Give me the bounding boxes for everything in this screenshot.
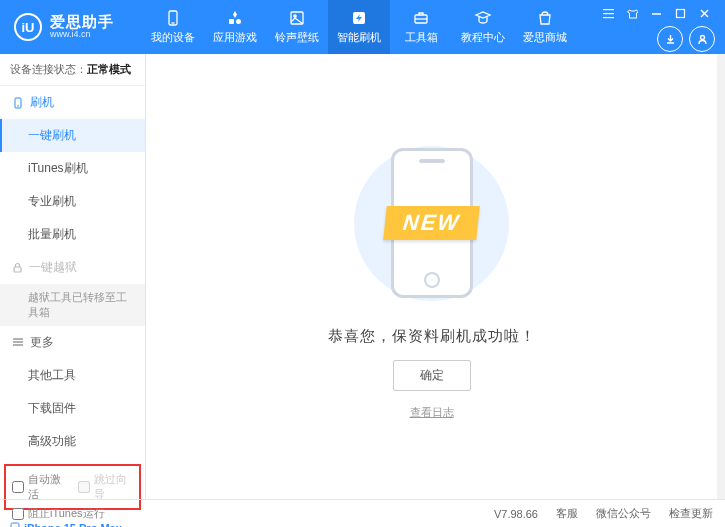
- section-label: 一键越狱: [29, 259, 77, 276]
- sidebar-section-flash[interactable]: 刷机: [0, 86, 145, 119]
- sidebar-item-pro-flash[interactable]: 专业刷机: [0, 185, 145, 218]
- checkbox-label: 自动激活: [28, 472, 68, 502]
- sidebar: 设备连接状态：正常模式 刷机 一键刷机 iTunes刷机 专业刷机 批量刷机 一…: [0, 54, 146, 499]
- nav-label: 爱思商城: [523, 30, 567, 45]
- success-illustration: NEW: [342, 133, 522, 313]
- nav-smart-flash[interactable]: 智能刷机: [328, 0, 390, 54]
- app-window: iU 爱思助手 www.i4.cn 我的设备 应用游戏 铃声壁纸 智能刷机: [0, 0, 725, 527]
- nav-label: 应用游戏: [213, 30, 257, 45]
- nav-apps[interactable]: 应用游戏: [204, 0, 266, 54]
- more-icon: [12, 336, 24, 348]
- connection-status: 设备连接状态：正常模式: [0, 54, 145, 86]
- device-icon: [164, 9, 182, 27]
- skin-icon[interactable]: [621, 2, 643, 24]
- window-controls: [597, 2, 715, 52]
- nav-label: 教程中心: [461, 30, 505, 45]
- jailbreak-note: 越狱工具已转移至工具箱: [0, 284, 145, 326]
- menu-icon[interactable]: [597, 2, 619, 24]
- close-button[interactable]: [693, 2, 715, 24]
- nav-label: 铃声壁纸: [275, 30, 319, 45]
- sidebar-section-more[interactable]: 更多: [0, 326, 145, 359]
- wechat-link[interactable]: 微信公众号: [596, 506, 651, 521]
- svg-rect-9: [603, 9, 614, 10]
- lock-icon: [12, 262, 23, 273]
- sidebar-item-other-tools[interactable]: 其他工具: [0, 359, 145, 392]
- sidebar-item-oneclick-flash[interactable]: 一键刷机: [0, 119, 145, 152]
- svg-rect-3: [236, 19, 241, 24]
- svg-rect-13: [676, 9, 684, 17]
- flash-icon: [350, 9, 368, 27]
- nav-label: 智能刷机: [337, 30, 381, 45]
- maximize-button[interactable]: [669, 2, 691, 24]
- flash-icon: [12, 97, 24, 109]
- svg-rect-19: [14, 267, 21, 272]
- user-button[interactable]: [689, 26, 715, 52]
- checkbox-input[interactable]: [12, 481, 24, 493]
- toolbox-icon: [412, 9, 430, 27]
- checkbox-input: [78, 481, 90, 493]
- customer-service-link[interactable]: 客服: [556, 506, 578, 521]
- titlebar: iU 爱思助手 www.i4.cn 我的设备 应用游戏 铃声壁纸 智能刷机: [0, 0, 725, 54]
- ok-button[interactable]: 确定: [393, 360, 471, 391]
- sidebar-item-batch-flash[interactable]: 批量刷机: [0, 218, 145, 251]
- sidebar-item-advanced[interactable]: 高级功能: [0, 425, 145, 458]
- apps-icon: [226, 9, 244, 27]
- svg-rect-2: [229, 19, 234, 24]
- wallpaper-icon: [288, 9, 306, 27]
- minimize-button[interactable]: [645, 2, 667, 24]
- connection-prefix: 设备连接状态：: [10, 63, 87, 75]
- sidebar-item-download-firmware[interactable]: 下载固件: [0, 392, 145, 425]
- nav-label: 我的设备: [151, 30, 195, 45]
- svg-rect-10: [603, 13, 614, 14]
- sidebar-item-itunes-flash[interactable]: iTunes刷机: [0, 152, 145, 185]
- svg-point-18: [17, 105, 19, 107]
- logo: iU 爱思助手 www.i4.cn: [14, 13, 114, 41]
- section-label: 更多: [30, 334, 54, 351]
- connection-mode: 正常模式: [87, 63, 131, 75]
- success-message: 恭喜您，保资料刷机成功啦！: [328, 327, 536, 346]
- block-itunes-checkbox[interactable]: 阻止iTunes运行: [12, 506, 105, 521]
- download-button[interactable]: [657, 26, 683, 52]
- skip-guide-checkbox[interactable]: 跳过向导: [78, 472, 134, 502]
- logo-icon: iU: [14, 13, 42, 41]
- app-title: 爱思助手: [50, 14, 114, 31]
- section-label: 刷机: [30, 94, 54, 111]
- checkbox-label: 跳过向导: [94, 472, 134, 502]
- nav-tutorials[interactable]: 教程中心: [452, 0, 514, 54]
- top-nav: 我的设备 应用游戏 铃声壁纸 智能刷机 工具箱 教程中心: [142, 0, 597, 54]
- scrollbar[interactable]: [717, 54, 725, 499]
- new-ribbon: NEW: [383, 206, 480, 240]
- statusbar: 阻止iTunes运行 V7.98.66 客服 微信公众号 检查更新: [0, 499, 725, 527]
- version-label: V7.98.66: [494, 508, 538, 520]
- nav-my-device[interactable]: 我的设备: [142, 0, 204, 54]
- main-content: NEW 恭喜您，保资料刷机成功啦！ 确定 查看日志: [146, 54, 717, 499]
- checkbox-label: 阻止iTunes运行: [28, 506, 105, 521]
- checkbox-input[interactable]: [12, 508, 24, 520]
- svg-rect-11: [603, 17, 614, 18]
- tutorial-icon: [474, 9, 492, 27]
- svg-point-16: [700, 35, 704, 39]
- check-update-link[interactable]: 检查更新: [669, 506, 713, 521]
- store-icon: [536, 9, 554, 27]
- app-subtitle: www.i4.cn: [50, 30, 114, 40]
- nav-ringtones[interactable]: 铃声壁纸: [266, 0, 328, 54]
- auto-activate-checkbox[interactable]: 自动激活: [12, 472, 68, 502]
- svg-point-5: [294, 15, 296, 17]
- view-log-link[interactable]: 查看日志: [410, 405, 454, 420]
- nav-toolbox[interactable]: 工具箱: [390, 0, 452, 54]
- sidebar-section-jailbreak[interactable]: 一键越狱: [0, 251, 145, 284]
- nav-label: 工具箱: [405, 30, 438, 45]
- nav-store[interactable]: 爱思商城: [514, 0, 576, 54]
